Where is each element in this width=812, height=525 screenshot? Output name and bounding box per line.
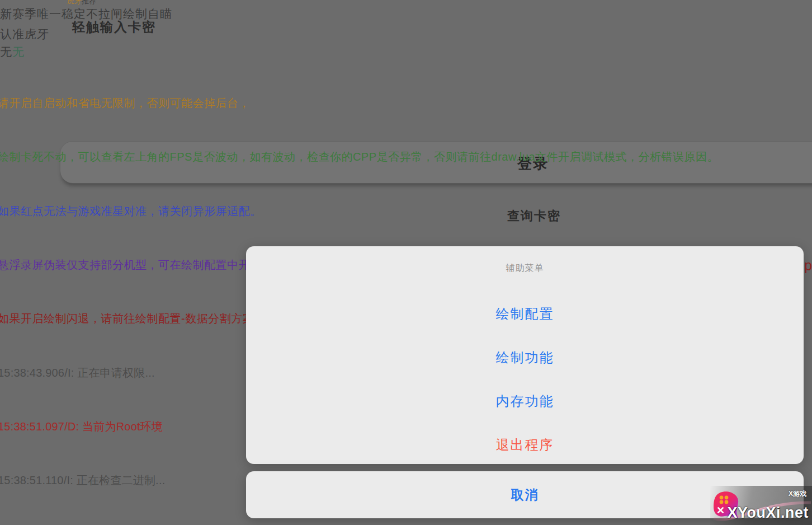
site-watermark: ✕ X游戏 XYouXi.net xyxy=(710,486,812,525)
assist-menu-action-sheet: 辅助菜单 绘制配置 绘制功能 内存功能 退出程序 xyxy=(246,246,804,464)
dimmed-underlying-screen: 虎牙推荐 新赛季唯一稳定不拉闸绘制自瞄 轻触输入卡密 认准虎牙 无无 请开启自启… xyxy=(0,0,812,525)
query-card-key-button[interactable]: 查询卡密 xyxy=(507,208,561,224)
brand-line: 认准虎牙 xyxy=(0,26,49,42)
menu-item-memory-function[interactable]: 内存功能 xyxy=(496,392,554,410)
watermark-tag: X游戏 xyxy=(789,489,806,499)
status-value-1: 无 xyxy=(0,45,12,58)
tip-line: 请开启自启动和省电无限制，否则可能会掉后台， xyxy=(0,94,719,112)
cancel-button[interactable]: 取消 xyxy=(511,486,539,504)
mini-header-dark: 推荐 xyxy=(82,0,96,5)
svg-text:✕: ✕ xyxy=(716,505,725,516)
menu-item-exit-program[interactable]: 退出程序 xyxy=(496,436,554,454)
page-title: 轻触输入卡密 xyxy=(72,18,156,36)
mini-header: 虎牙推荐 xyxy=(67,0,96,6)
watermark-site-text: XYouXi.net xyxy=(727,504,809,522)
status-value-2: 无 xyxy=(12,45,25,58)
menu-item-draw-function[interactable]: 绘制功能 xyxy=(496,349,554,367)
tip-line: 绘制卡死不动，可以查看左上角的FPS是否波动，如有波动，检查你的CPP是否异常，… xyxy=(0,148,719,166)
menu-item-draw-config[interactable]: 绘制配置 xyxy=(496,305,554,323)
log-line-fragment: p xyxy=(804,257,812,274)
action-sheet-title: 辅助菜单 xyxy=(506,262,544,274)
tip-line: 如果红点无法与游戏准星对准，请关闭异形屏适配。 xyxy=(0,202,719,220)
status-line: 无无 xyxy=(0,44,25,60)
mini-header-orange: 虎牙 xyxy=(67,0,82,5)
